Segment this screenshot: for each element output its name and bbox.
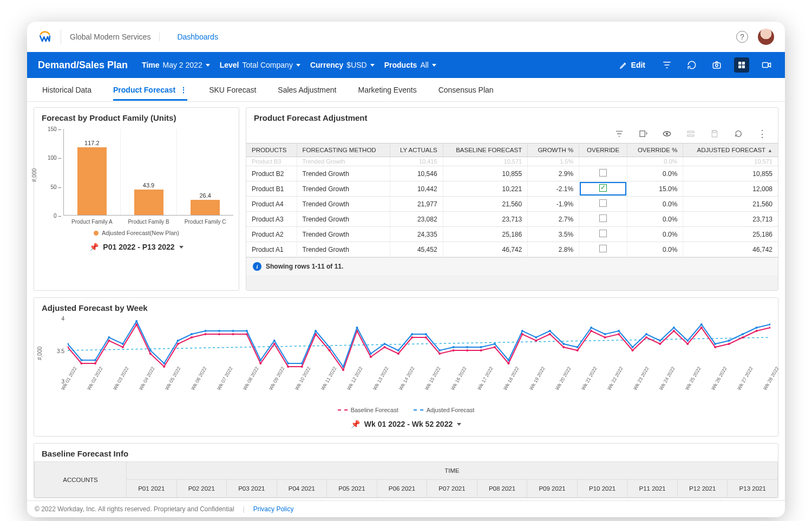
filter-currency[interactable]: Currency $USD	[310, 61, 375, 69]
cell-override[interactable]	[579, 227, 627, 242]
settings-icon[interactable]	[686, 129, 696, 139]
cell-growth[interactable]: 2.9%	[528, 166, 579, 181]
bar-period-selector[interactable]: 📌 P01 2022 - P13 2022	[34, 236, 239, 259]
cell-baseline[interactable]: 25,186	[443, 227, 528, 242]
tab-sku[interactable]: SKU Forecast	[209, 79, 256, 101]
table-row[interactable]: Product A4Trended Growth21,97721,560-1.9…	[246, 197, 778, 212]
cell-adjusted[interactable]: 21,560	[683, 197, 778, 212]
cell-growth[interactable]: 2.7%	[528, 212, 579, 227]
cell-ly[interactable]: 45,452	[390, 242, 443, 257]
cell-product[interactable]: Product B2	[246, 166, 297, 181]
refresh-icon[interactable]	[734, 129, 743, 139]
line-period-selector[interactable]: 📌 Wk 01 2022 - Wk 52 2022	[34, 413, 778, 436]
cell-override-pct[interactable]: 15.0%	[627, 181, 683, 197]
cell-override-pct[interactable]: 0.0%	[627, 166, 683, 181]
col-override[interactable]: OVERRIDE	[579, 144, 627, 157]
refresh-icon[interactable]	[684, 57, 699, 73]
cell-baseline[interactable]: 23,713	[443, 212, 528, 227]
cell-baseline[interactable]: 10,221	[443, 181, 528, 197]
cell-override[interactable]	[579, 212, 627, 227]
line-y-axis: #,000 4 3.5 3	[42, 318, 68, 383]
more-icon[interactable]: ⋮	[757, 129, 767, 139]
view-icon[interactable]	[662, 129, 672, 139]
cell-baseline[interactable]: 46,742	[443, 242, 528, 257]
filter-icon[interactable]	[614, 129, 624, 139]
filter-products[interactable]: Products All	[384, 61, 436, 69]
cell-growth[interactable]: -2.1%	[528, 181, 579, 197]
cell-override[interactable]	[579, 166, 627, 181]
cell-ly[interactable]: 21,977	[390, 197, 443, 212]
cell-override-pct[interactable]: 0.0%	[627, 197, 683, 212]
cell-override-pct[interactable]: 0.0%	[627, 242, 683, 257]
checkbox-icon[interactable]	[599, 214, 607, 222]
cell-growth[interactable]: -1.9%	[528, 197, 579, 212]
svg-point-46	[507, 362, 509, 364]
cell-product[interactable]: Product B1	[246, 181, 297, 197]
col-growth[interactable]: GROWTH %	[528, 144, 579, 157]
cell-adjusted[interactable]: 46,742	[683, 242, 778, 257]
cell-override-pct[interactable]: 0.0%	[627, 227, 683, 242]
tab-more-icon[interactable]: ⋮	[180, 86, 187, 94]
filter-level[interactable]: Level Total Company	[220, 61, 300, 69]
cell-product[interactable]: Product A4	[246, 197, 297, 212]
cell-method[interactable]: Trended Growth	[297, 181, 390, 197]
cell-method[interactable]: Trended Growth	[297, 212, 390, 227]
edit-button[interactable]: Edit	[615, 57, 650, 73]
cell-adjusted[interactable]: 25,186	[683, 227, 778, 242]
cell-method[interactable]: Trended Growth	[297, 227, 390, 242]
table-row[interactable]: Product B2Trended Growth10,54610,8552.9%…	[246, 166, 778, 181]
tab-consensus[interactable]: Consensus Plan	[438, 79, 494, 101]
save-icon[interactable]	[710, 129, 719, 139]
column-settings-icon[interactable]	[638, 129, 648, 139]
cell-product[interactable]: Product A3	[246, 212, 297, 227]
dashboards-link[interactable]: Dashboards	[177, 32, 218, 41]
filter-time[interactable]: Time May 2 2022	[142, 61, 210, 69]
col-products[interactable]: PRODUCTS	[246, 144, 297, 157]
cell-ly[interactable]: 23,082	[390, 212, 443, 227]
user-avatar[interactable]	[758, 29, 774, 45]
cell-override-pct[interactable]: 0.0%	[627, 212, 683, 227]
table-row[interactable]: Product A2Trended Growth24,33525,1863.5%…	[246, 227, 778, 242]
privacy-link[interactable]: Privacy Policy	[253, 505, 294, 513]
cell-override[interactable]	[579, 197, 627, 212]
cell-adjusted[interactable]: 10,855	[683, 166, 778, 181]
col-override-pct[interactable]: OVERRIDE %	[627, 144, 683, 157]
cell-adjusted[interactable]: 12,008	[683, 181, 778, 197]
checkbox-icon[interactable]	[599, 245, 607, 252]
col-adjusted[interactable]: ADJUSTED FORECAST▲	[683, 144, 778, 157]
checkbox-icon[interactable]	[599, 230, 607, 237]
cell-method[interactable]: Trended Growth	[297, 166, 390, 181]
table-row[interactable]: Product A1Trended Growth45,45246,7422.8%…	[246, 242, 778, 257]
col-ly[interactable]: LY ACTUALS	[390, 144, 443, 157]
help-icon[interactable]: ?	[736, 31, 748, 43]
video-icon[interactable]	[759, 57, 774, 73]
table-row[interactable]: Product A3Trended Growth23,08223,7132.7%…	[246, 212, 778, 227]
cell-product[interactable]: Product A1	[246, 242, 297, 257]
cell-baseline[interactable]: 10,855	[443, 166, 528, 181]
cell-override[interactable]	[579, 242, 627, 257]
cell-method[interactable]: Trended Growth	[297, 197, 390, 212]
table-row[interactable]: Product B1Trended Growth10,44210,221-2.1…	[246, 181, 778, 197]
checkbox-icon[interactable]	[599, 199, 607, 207]
cell-override[interactable]	[579, 181, 627, 197]
cell-growth[interactable]: 2.8%	[528, 242, 579, 257]
cell-ly[interactable]: 24,335	[390, 227, 443, 242]
col-method[interactable]: FORECASTING METHOD	[297, 144, 390, 157]
cell-growth[interactable]: 3.5%	[528, 227, 579, 242]
tab-sales-adjustment[interactable]: Sales Adjustment	[278, 79, 336, 101]
grid-view-icon[interactable]	[734, 57, 749, 73]
cell-baseline[interactable]: 21,560	[443, 197, 528, 212]
cell-method[interactable]: Trended Growth	[297, 242, 390, 257]
checkbox-icon[interactable]	[599, 169, 607, 177]
tab-product-forecast[interactable]: Product Forecast⋮	[113, 79, 187, 101]
tab-marketing[interactable]: Marketing Events	[358, 79, 416, 101]
col-baseline[interactable]: BASELINE FORECAST	[443, 144, 528, 157]
cell-ly[interactable]: 10,442	[390, 181, 443, 197]
cell-adjusted[interactable]: 23,713	[683, 212, 778, 227]
camera-icon[interactable]	[709, 57, 724, 73]
checkbox-icon[interactable]	[599, 184, 607, 192]
tab-historical[interactable]: Historical Data	[42, 79, 91, 101]
cell-ly[interactable]: 10,546	[390, 166, 443, 181]
cell-product[interactable]: Product A2	[246, 227, 297, 242]
filter-icon[interactable]	[659, 57, 675, 73]
